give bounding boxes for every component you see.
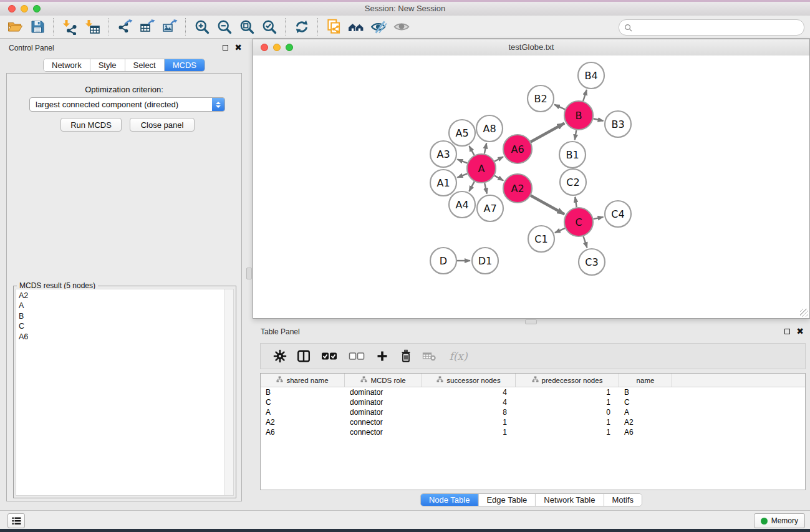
graph-node-A8[interactable]: A8 bbox=[476, 115, 503, 142]
network-window-titlebar[interactable]: testGlobe.txt bbox=[253, 39, 809, 56]
mcds-result-item[interactable]: A2 bbox=[19, 291, 28, 301]
tab-network-table[interactable]: Network Table bbox=[535, 494, 603, 506]
graph-node-C3[interactable]: C3 bbox=[579, 249, 605, 275]
zoom-window-button[interactable] bbox=[33, 5, 41, 12]
table-cell[interactable]: A6 bbox=[619, 428, 672, 437]
graph-edge-B-B3[interactable] bbox=[593, 118, 603, 121]
mcds-result-list[interactable]: A2ABCA6 bbox=[16, 289, 234, 496]
graph-edge-A-A7[interactable] bbox=[485, 183, 487, 193]
graph-node-A[interactable]: A bbox=[467, 154, 496, 183]
import-network-icon[interactable] bbox=[59, 17, 81, 37]
graph-edge-A-A2[interactable] bbox=[494, 176, 503, 181]
table-cell[interactable]: A2 bbox=[619, 418, 672, 427]
table-cell[interactable]: B bbox=[261, 388, 345, 397]
tab-mcds[interactable]: MCDS bbox=[164, 59, 205, 71]
graph-node-A7[interactable]: A7 bbox=[477, 195, 503, 221]
search-input[interactable] bbox=[637, 22, 799, 32]
add-column-icon[interactable] bbox=[370, 346, 394, 367]
zoom-network-window-button[interactable] bbox=[286, 44, 293, 51]
tab-network[interactable]: Network bbox=[44, 59, 90, 71]
table-row[interactable]: Cdominator41C bbox=[261, 397, 805, 407]
new-network-from-selection-icon[interactable] bbox=[323, 17, 345, 37]
split-view-icon[interactable] bbox=[292, 346, 316, 367]
column-header-predecessor-nodes[interactable]: predecessor nodes bbox=[516, 374, 619, 387]
deselect-all-icon[interactable] bbox=[343, 346, 370, 367]
memory-button[interactable]: Memory bbox=[754, 513, 805, 528]
graph-edge-A-A4[interactable] bbox=[469, 181, 474, 191]
graph-edge-A-A3[interactable] bbox=[457, 159, 467, 163]
table-cell[interactable]: 1 bbox=[516, 398, 619, 407]
table-cell[interactable]: A bbox=[261, 408, 345, 417]
tab-edge-table[interactable]: Edge Table bbox=[478, 494, 535, 506]
table-cell[interactable]: 4 bbox=[422, 398, 516, 407]
graph-node-A1[interactable]: A1 bbox=[430, 170, 456, 196]
export-table-icon[interactable] bbox=[136, 17, 158, 37]
column-header-successor-nodes[interactable]: successor nodes bbox=[422, 374, 516, 387]
close-panel-icon[interactable]: ✖ bbox=[234, 44, 242, 51]
open-session-icon[interactable] bbox=[4, 17, 26, 37]
resize-grip[interactable] bbox=[800, 309, 808, 317]
graph-edge-A-A6[interactable] bbox=[494, 157, 503, 161]
table-cell[interactable]: 1 bbox=[516, 418, 619, 427]
network-canvas[interactable]: B4B2BB3A8A5A6A3B1AC2A1A2A4A7C4CC1C3DD1 bbox=[253, 56, 809, 318]
table-cell[interactable]: dominator bbox=[345, 408, 422, 417]
tab-style[interactable]: Style bbox=[90, 59, 125, 71]
graph-node-A6[interactable]: A6 bbox=[503, 135, 532, 163]
column-header-shared-name[interactable]: shared name bbox=[261, 374, 345, 387]
table-cell[interactable]: A bbox=[619, 408, 672, 417]
zoom-in-icon[interactable] bbox=[191, 17, 213, 37]
import-table-icon[interactable] bbox=[81, 17, 104, 37]
graph-edge-C-C2[interactable] bbox=[575, 197, 576, 207]
table-row[interactable]: A2connector11A2 bbox=[261, 417, 805, 427]
table-row[interactable]: Adominator80A bbox=[261, 407, 805, 417]
table-cell[interactable]: 4 bbox=[422, 388, 516, 397]
gear-icon[interactable] bbox=[268, 346, 292, 367]
run-mcds-button[interactable]: Run MCDS bbox=[60, 118, 122, 132]
table-cell[interactable]: B bbox=[619, 388, 672, 397]
mcds-result-item[interactable]: A6 bbox=[19, 332, 28, 342]
column-header-MCDS-role[interactable]: MCDS role bbox=[345, 374, 422, 387]
table-cell[interactable]: 8 bbox=[422, 408, 516, 417]
task-history-button[interactable] bbox=[7, 513, 25, 528]
show-all-icon[interactable] bbox=[390, 17, 413, 37]
mcds-result-item[interactable]: B bbox=[19, 311, 28, 321]
mcds-result-item[interactable]: C bbox=[19, 321, 28, 331]
export-image-icon[interactable] bbox=[158, 17, 181, 37]
graph-node-B1[interactable]: B1 bbox=[559, 142, 586, 168]
tab-motifs[interactable]: Motifs bbox=[603, 494, 642, 506]
first-neighbors-icon[interactable] bbox=[345, 17, 368, 37]
graph-edge-B-B2[interactable] bbox=[554, 105, 565, 110]
graph-node-B3[interactable]: B3 bbox=[605, 111, 631, 137]
table-cell[interactable]: dominator bbox=[345, 398, 422, 407]
search-box[interactable] bbox=[619, 19, 804, 36]
table-cell[interactable]: A6 bbox=[261, 428, 345, 437]
select-all-icon[interactable] bbox=[316, 346, 343, 367]
mcds-result-item[interactable]: A bbox=[19, 301, 28, 311]
delete-column-icon[interactable] bbox=[394, 346, 418, 367]
minimize-window-button[interactable] bbox=[21, 5, 28, 12]
graph-node-B2[interactable]: B2 bbox=[528, 85, 554, 112]
minimize-network-window-button[interactable] bbox=[273, 44, 281, 51]
table-row[interactable]: Bdominator41B bbox=[261, 387, 805, 397]
table-cell[interactable]: connector bbox=[345, 418, 422, 427]
graph-node-D[interactable]: D bbox=[430, 248, 456, 274]
graph-node-B[interactable]: B bbox=[564, 101, 593, 130]
graph-edge-B-B4[interactable] bbox=[583, 90, 587, 101]
graph-node-B4[interactable]: B4 bbox=[578, 62, 604, 89]
refresh-layout-icon[interactable] bbox=[291, 17, 313, 37]
table-cell[interactable]: 1 bbox=[422, 428, 516, 437]
graph-node-A4[interactable]: A4 bbox=[449, 191, 475, 218]
float-panel-icon[interactable] bbox=[223, 45, 228, 51]
graph-edge-A-A8[interactable] bbox=[485, 143, 486, 154]
zoom-selected-icon[interactable] bbox=[258, 17, 281, 37]
table-cell[interactable]: A2 bbox=[261, 418, 345, 427]
close-network-window-button[interactable] bbox=[261, 44, 268, 51]
tab-node-table[interactable]: Node Table bbox=[421, 494, 478, 506]
graph-node-C4[interactable]: C4 bbox=[605, 201, 631, 227]
table-cell[interactable]: C bbox=[619, 398, 672, 407]
float-panel-icon[interactable] bbox=[784, 329, 790, 334]
table-cell[interactable]: 1 bbox=[516, 428, 619, 437]
node-table[interactable]: shared nameMCDS rolesuccessor nodesprede… bbox=[260, 373, 806, 490]
zoom-out-icon[interactable] bbox=[213, 17, 236, 37]
export-network-icon[interactable] bbox=[113, 17, 136, 37]
